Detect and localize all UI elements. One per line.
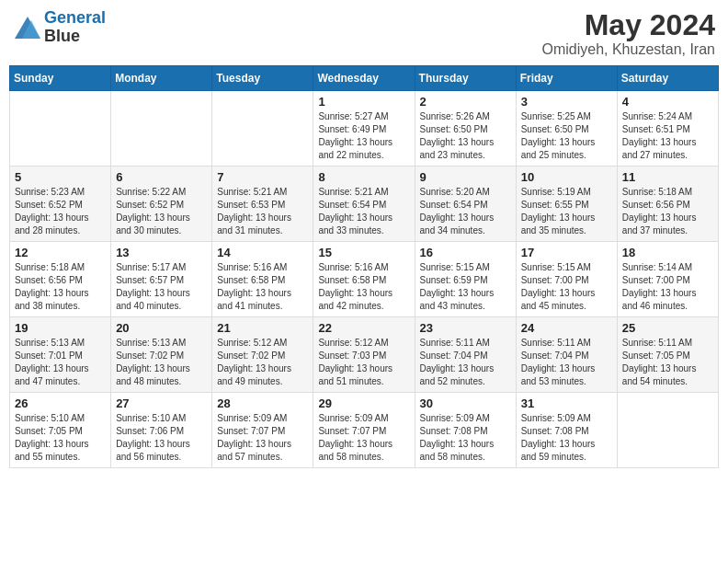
day-cell: 5Sunrise: 5:23 AM Sunset: 6:52 PM Daylig… [10, 167, 111, 242]
day-number: 2 [420, 95, 511, 109]
day-detail: Sunrise: 5:18 AM Sunset: 6:56 PM Dayligh… [15, 261, 106, 313]
week-row-1: 1Sunrise: 5:27 AM Sunset: 6:49 PM Daylig… [10, 91, 719, 167]
calendar-body: 1Sunrise: 5:27 AM Sunset: 6:49 PM Daylig… [10, 91, 719, 468]
day-number: 23 [420, 321, 511, 335]
day-detail: Sunrise: 5:12 AM Sunset: 7:02 PM Dayligh… [217, 337, 308, 388]
day-detail: Sunrise: 5:20 AM Sunset: 6:54 PM Dayligh… [420, 186, 511, 237]
day-cell: 21Sunrise: 5:12 AM Sunset: 7:02 PM Dayli… [212, 317, 313, 393]
day-cell: 25Sunrise: 5:11 AM Sunset: 7:05 PM Dayli… [617, 317, 718, 393]
day-detail: Sunrise: 5:16 AM Sunset: 6:58 PM Dayligh… [217, 261, 308, 313]
week-row-2: 5Sunrise: 5:23 AM Sunset: 6:52 PM Daylig… [10, 167, 719, 242]
day-detail: Sunrise: 5:25 AM Sunset: 6:50 PM Dayligh… [521, 110, 612, 162]
day-cell: 8Sunrise: 5:21 AM Sunset: 6:54 PM Daylig… [313, 167, 415, 242]
day-cell: 17Sunrise: 5:15 AM Sunset: 7:00 PM Dayli… [516, 242, 617, 317]
day-cell: 31Sunrise: 5:09 AM Sunset: 7:08 PM Dayli… [516, 393, 617, 468]
day-detail: Sunrise: 5:12 AM Sunset: 7:03 PM Dayligh… [318, 337, 409, 388]
day-cell: 1Sunrise: 5:27 AM Sunset: 6:49 PM Daylig… [313, 91, 415, 167]
day-detail: Sunrise: 5:21 AM Sunset: 6:54 PM Dayligh… [318, 186, 409, 237]
calendar-table: SundayMondayTuesdayWednesdayThursdayFrid… [9, 65, 719, 468]
day-detail: Sunrise: 5:13 AM Sunset: 7:02 PM Dayligh… [116, 337, 207, 388]
day-detail: Sunrise: 5:09 AM Sunset: 7:08 PM Dayligh… [521, 412, 612, 464]
day-cell: 18Sunrise: 5:14 AM Sunset: 7:00 PM Dayli… [617, 242, 718, 317]
day-detail: Sunrise: 5:09 AM Sunset: 7:08 PM Dayligh… [420, 412, 511, 464]
day-cell: 23Sunrise: 5:11 AM Sunset: 7:04 PM Dayli… [415, 317, 516, 393]
day-number: 28 [217, 396, 308, 410]
day-detail: Sunrise: 5:26 AM Sunset: 6:50 PM Dayligh… [420, 110, 511, 162]
day-cell: 6Sunrise: 5:22 AM Sunset: 6:52 PM Daylig… [111, 167, 212, 242]
month-year: May 2024 [541, 9, 715, 41]
day-number: 14 [217, 246, 308, 259]
day-number: 1 [318, 95, 409, 109]
day-detail: Sunrise: 5:24 AM Sunset: 6:51 PM Dayligh… [622, 110, 713, 162]
day-cell: 27Sunrise: 5:10 AM Sunset: 7:06 PM Dayli… [111, 393, 212, 468]
day-number: 25 [622, 321, 713, 335]
day-cell: 4Sunrise: 5:24 AM Sunset: 6:51 PM Daylig… [617, 91, 718, 167]
day-number: 6 [116, 170, 207, 184]
day-detail: Sunrise: 5:11 AM Sunset: 7:05 PM Dayligh… [622, 337, 713, 388]
day-cell: 16Sunrise: 5:15 AM Sunset: 6:59 PM Dayli… [415, 242, 516, 317]
day-detail: Sunrise: 5:22 AM Sunset: 6:52 PM Dayligh… [116, 186, 207, 237]
week-row-5: 26Sunrise: 5:10 AM Sunset: 7:05 PM Dayli… [10, 393, 719, 468]
day-cell: 12Sunrise: 5:18 AM Sunset: 6:56 PM Dayli… [10, 242, 111, 317]
day-detail: Sunrise: 5:23 AM Sunset: 6:52 PM Dayligh… [15, 186, 106, 237]
weekday-header-friday: Friday [516, 66, 617, 91]
day-detail: Sunrise: 5:10 AM Sunset: 7:06 PM Dayligh… [116, 412, 207, 464]
day-number: 12 [15, 246, 106, 259]
day-detail: Sunrise: 5:27 AM Sunset: 6:49 PM Dayligh… [318, 110, 409, 162]
day-number: 17 [521, 246, 612, 259]
day-cell: 14Sunrise: 5:16 AM Sunset: 6:58 PM Dayli… [212, 242, 313, 317]
title-block: May 2024 Omidiyeh, Khuzestan, Iran [541, 9, 715, 58]
day-detail: Sunrise: 5:21 AM Sunset: 6:53 PM Dayligh… [217, 186, 308, 237]
day-number: 22 [318, 321, 409, 335]
location: Omidiyeh, Khuzestan, Iran [541, 41, 715, 58]
logo-line2: Blue [44, 28, 106, 46]
day-cell [617, 393, 718, 468]
day-cell: 13Sunrise: 5:17 AM Sunset: 6:57 PM Dayli… [111, 242, 212, 317]
week-row-3: 12Sunrise: 5:18 AM Sunset: 6:56 PM Dayli… [10, 242, 719, 317]
day-detail: Sunrise: 5:15 AM Sunset: 6:59 PM Dayligh… [420, 261, 511, 313]
day-number: 15 [318, 246, 409, 259]
day-cell: 20Sunrise: 5:13 AM Sunset: 7:02 PM Dayli… [111, 317, 212, 393]
day-detail: Sunrise: 5:09 AM Sunset: 7:07 PM Dayligh… [318, 412, 409, 464]
day-cell [212, 91, 313, 167]
weekday-header-row: SundayMondayTuesdayWednesdayThursdayFrid… [10, 66, 719, 91]
weekday-header-wednesday: Wednesday [313, 66, 415, 91]
day-detail: Sunrise: 5:13 AM Sunset: 7:01 PM Dayligh… [15, 337, 106, 388]
day-number: 20 [116, 321, 207, 335]
day-number: 8 [318, 170, 409, 184]
day-cell: 2Sunrise: 5:26 AM Sunset: 6:50 PM Daylig… [415, 91, 516, 167]
weekday-header-sunday: Sunday [10, 66, 111, 91]
day-number: 26 [15, 396, 106, 410]
day-detail: Sunrise: 5:15 AM Sunset: 7:00 PM Dayligh… [521, 261, 612, 313]
day-cell: 28Sunrise: 5:09 AM Sunset: 7:07 PM Dayli… [212, 393, 313, 468]
day-cell: 26Sunrise: 5:10 AM Sunset: 7:05 PM Dayli… [10, 393, 111, 468]
week-row-4: 19Sunrise: 5:13 AM Sunset: 7:01 PM Dayli… [10, 317, 719, 393]
day-number: 21 [217, 321, 308, 335]
day-cell: 15Sunrise: 5:16 AM Sunset: 6:58 PM Dayli… [313, 242, 415, 317]
logo-text: General Blue [44, 9, 106, 46]
day-cell: 9Sunrise: 5:20 AM Sunset: 6:54 PM Daylig… [415, 167, 516, 242]
day-detail: Sunrise: 5:11 AM Sunset: 7:04 PM Dayligh… [420, 337, 511, 388]
day-number: 30 [420, 396, 511, 410]
day-number: 18 [622, 246, 713, 259]
day-detail: Sunrise: 5:14 AM Sunset: 7:00 PM Dayligh… [622, 261, 713, 313]
day-number: 31 [521, 396, 612, 410]
day-cell: 30Sunrise: 5:09 AM Sunset: 7:08 PM Dayli… [415, 393, 516, 468]
day-number: 29 [318, 396, 409, 410]
day-cell: 7Sunrise: 5:21 AM Sunset: 6:53 PM Daylig… [212, 167, 313, 242]
day-detail: Sunrise: 5:19 AM Sunset: 6:55 PM Dayligh… [521, 186, 612, 237]
day-detail: Sunrise: 5:11 AM Sunset: 7:04 PM Dayligh… [521, 337, 612, 388]
day-number: 5 [15, 170, 106, 184]
weekday-header-monday: Monday [111, 66, 212, 91]
day-cell: 10Sunrise: 5:19 AM Sunset: 6:55 PM Dayli… [516, 167, 617, 242]
day-number: 11 [622, 170, 713, 184]
day-number: 3 [521, 95, 612, 109]
day-detail: Sunrise: 5:16 AM Sunset: 6:58 PM Dayligh… [318, 261, 409, 313]
day-cell: 29Sunrise: 5:09 AM Sunset: 7:07 PM Dayli… [313, 393, 415, 468]
day-detail: Sunrise: 5:17 AM Sunset: 6:57 PM Dayligh… [116, 261, 207, 313]
day-number: 27 [116, 396, 207, 410]
day-number: 19 [15, 321, 106, 335]
day-cell [111, 91, 212, 167]
day-number: 13 [116, 246, 207, 259]
day-detail: Sunrise: 5:09 AM Sunset: 7:07 PM Dayligh… [217, 412, 308, 464]
